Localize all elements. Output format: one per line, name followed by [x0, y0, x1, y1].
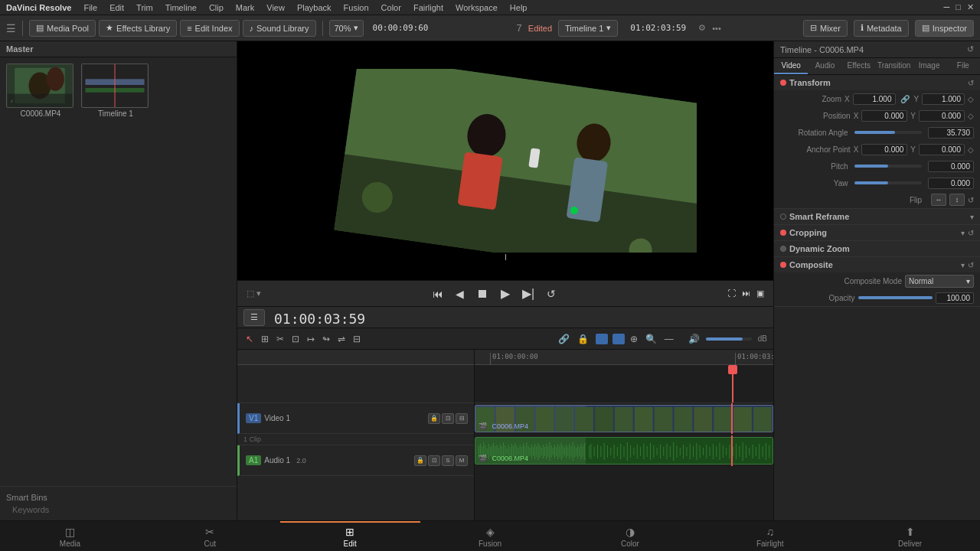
inspector-reset-icon[interactable]: ↺	[967, 44, 974, 54]
tab-transition[interactable]: Transition	[876, 58, 913, 74]
more-options-icon[interactable]: •••	[712, 24, 721, 33]
sound-library-btn[interactable]: ♪ Sound Library	[243, 20, 316, 37]
video-viewer-btn[interactable]: ⊡	[442, 413, 454, 424]
window-close-btn[interactable]: ✕	[967, 2, 974, 12]
dynamic-trim-btn[interactable]: ⊡	[289, 332, 302, 346]
cropping-expand-icon[interactable]: ▾	[961, 229, 965, 237]
tab-image[interactable]: Image	[912, 58, 946, 74]
go-forward-btn[interactable]: ▶|	[519, 285, 537, 302]
cinema-mode-btn[interactable]: ▣	[756, 289, 764, 298]
window-maximize-btn[interactable]: □	[956, 2, 961, 12]
volume-icon[interactable]: 🔊	[688, 334, 700, 344]
tab-audio[interactable]: Audio	[808, 58, 841, 74]
tab-cut[interactable]: ✂ Cut	[140, 521, 280, 551]
cropping-reset-btn[interactable]: ↺	[968, 229, 974, 237]
tab-color[interactable]: ◑ Color	[560, 521, 700, 551]
opacity-value[interactable]: 100.00	[936, 292, 974, 304]
media-pool-btn[interactable]: ▤ Media Pool	[29, 20, 96, 37]
flip-reset-btn[interactable]: ↺	[968, 196, 974, 204]
stop-btn[interactable]: ⏹	[473, 285, 492, 302]
go-to-start-btn[interactable]: ⏮	[430, 286, 446, 302]
menu-edit[interactable]: Edit	[109, 3, 124, 12]
playhead[interactable]	[732, 365, 733, 403]
volume-slider[interactable]	[706, 337, 752, 341]
menu-help[interactable]: Help	[510, 3, 528, 12]
menu-davinci[interactable]: DaVinci Resolve	[6, 3, 71, 12]
loop-btn[interactable]: ↺	[544, 286, 559, 302]
opacity-slider[interactable]	[858, 296, 933, 299]
menu-mark[interactable]: Mark	[236, 3, 254, 12]
anchor-x-value[interactable]: 0.000	[861, 144, 907, 155]
anchor-y-value[interactable]: 0.000	[919, 144, 965, 155]
menu-file[interactable]: File	[83, 3, 97, 12]
cropping-header[interactable]: Cropping ▾ ↺	[774, 225, 980, 240]
audio-track[interactable]: 🎬 C0006.MP4	[475, 435, 773, 466]
zoom-link-icon[interactable]: 🔗	[899, 95, 911, 103]
gap-btn[interactable]: ⊟	[351, 332, 363, 346]
audio-viewer-btn[interactable]: ⊡	[428, 455, 440, 466]
video-clip-c0006[interactable]: 🎬 C0006.MP4	[475, 405, 773, 432]
media-thumb-c0006[interactable]: ♪ C0006.MP4	[6, 64, 75, 118]
go-to-end-btn[interactable]: ⏭	[742, 289, 750, 298]
pos-reset-btn[interactable]: ◇	[968, 112, 974, 120]
tab-file[interactable]: File	[946, 58, 980, 74]
zoom-selector[interactable]: 70% ▾	[329, 20, 364, 37]
tab-effects[interactable]: Effects	[842, 58, 876, 74]
composite-expand-icon[interactable]: ▾	[961, 261, 965, 269]
timeline-settings-btn[interactable]: ☰	[243, 309, 265, 326]
rotation-value[interactable]: 35.730	[928, 127, 974, 139]
tab-fairlight[interactable]: ♫ Fairlight	[700, 521, 840, 551]
settings-icon[interactable]: ⚙	[698, 23, 706, 33]
composite-header[interactable]: Composite ▾ ↺	[774, 257, 980, 272]
timeline-selector[interactable]: Timeline 1 ▾	[558, 20, 618, 37]
go-back-btn[interactable]: ◀	[452, 286, 467, 302]
mixer-btn[interactable]: ⊟ Mixer	[803, 20, 848, 37]
metadata-btn[interactable]: ℹ Metadata	[854, 20, 909, 37]
pos-x-value[interactable]: 0.000	[861, 110, 907, 122]
flip-h-btn[interactable]: ↔	[931, 194, 946, 206]
tab-fusion[interactable]: ◈ Fusion	[420, 521, 560, 551]
flip-v-btn[interactable]: ↕	[949, 194, 965, 206]
composite-mode-dropdown[interactable]: Normal ▾	[905, 275, 974, 288]
menu-timeline[interactable]: Timeline	[165, 3, 197, 12]
zoom-timeline-btn[interactable]: 🔍	[643, 332, 659, 346]
edit-index-btn[interactable]: ≡ Edit Index	[180, 20, 239, 37]
audio-clip-c0006[interactable]: 🎬 C0006.MP4	[475, 437, 773, 465]
menu-trim[interactable]: Trim	[136, 3, 153, 12]
track-color-v[interactable]	[596, 334, 608, 344]
menu-fusion[interactable]: Fusion	[344, 3, 369, 12]
yaw-slider[interactable]	[854, 181, 923, 184]
transform-header[interactable]: Transform ↺	[774, 75, 980, 90]
anchor-reset-btn[interactable]: ◇	[968, 145, 974, 154]
rotation-slider[interactable]	[854, 131, 923, 134]
pitch-slider[interactable]	[854, 165, 923, 168]
media-thumb-timeline1[interactable]: Timeline 1	[81, 64, 150, 118]
transform-reset-icon[interactable]: ↺	[968, 79, 974, 87]
snap-btn[interactable]: ⊕	[628, 332, 640, 346]
inspector-btn[interactable]: ▤ Inspector	[915, 20, 974, 37]
more-tools-btn[interactable]: —	[662, 332, 676, 346]
track-timeline-area[interactable]: 01:00:00:00 01:00:03:00 01:00:06:00	[475, 350, 773, 520]
window-minimize-btn[interactable]: ─	[944, 2, 950, 12]
menu-workspace[interactable]: Workspace	[456, 3, 498, 12]
track-color-a[interactable]	[612, 334, 625, 344]
zoom-y-value[interactable]: 1.000	[922, 93, 965, 105]
smart-reframe-header[interactable]: Smart Reframe ▾	[774, 209, 980, 224]
zoom-reset-btn[interactable]: ◇	[968, 95, 974, 103]
tab-video[interactable]: Video	[774, 58, 808, 74]
replace-btn[interactable]: ⇌	[335, 332, 348, 346]
select-tool-btn[interactable]: ↖	[243, 332, 256, 346]
lock-btn[interactable]: 🔒	[575, 332, 591, 346]
pos-y-value[interactable]: 0.000	[919, 110, 965, 122]
tab-media[interactable]: ◫ Media	[0, 521, 140, 551]
trim-tool-btn[interactable]: ⊞	[259, 332, 271, 346]
tab-deliver[interactable]: ⬆ Deliver	[840, 521, 980, 551]
menu-view[interactable]: View	[266, 3, 285, 12]
menu-clip[interactable]: Clip	[209, 3, 224, 12]
menu-color[interactable]: Color	[381, 3, 401, 12]
fullscreen-btn[interactable]: ⛶	[727, 289, 736, 298]
zoom-x-value[interactable]: 1.000	[853, 93, 896, 105]
audio-solo-btn[interactable]: S	[442, 455, 454, 466]
pitch-value[interactable]: 0.000	[928, 161, 974, 172]
dynamic-zoom-header[interactable]: Dynamic Zoom	[774, 241, 980, 256]
